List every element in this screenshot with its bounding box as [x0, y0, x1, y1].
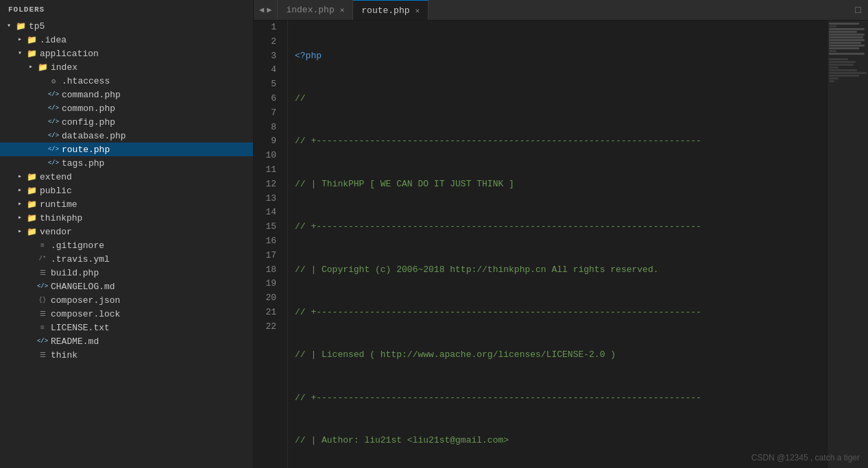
sidebar-item-index[interactable]: index [0, 60, 253, 74]
code-line-4: // | ThinkPHP [ WE CAN DO IT JUST THINK … [295, 177, 820, 192]
label-command: command.php [62, 90, 121, 100]
sidebar-item-think[interactable]: think [0, 348, 253, 362]
sidebar-item-htaccess[interactable]: .htaccess [0, 74, 253, 88]
tab-bar: ◀ ▶ index.php ✕ route.php ✕ □ [254, 0, 868, 21]
label-htaccess: .htaccess [62, 76, 110, 86]
label-route: route.php [62, 145, 110, 155]
chevron-application [15, 49, 25, 58]
label-vendor: vendor [40, 227, 72, 237]
folder-icon-vendor [26, 226, 37, 237]
file-icon-license [37, 322, 48, 333]
chevron-thinkphp [15, 213, 25, 223]
chevron-tp5 [4, 21, 14, 31]
sidebar-item-idea[interactable]: .idea [0, 33, 253, 47]
sidebar-item-tp5[interactable]: tp5 [0, 19, 253, 33]
label-public: public [40, 186, 72, 196]
label-travis: .travis.yml [51, 254, 110, 264]
file-icon-readme [37, 336, 48, 347]
sidebar-item-extend[interactable]: extend [0, 170, 253, 184]
sidebar-item-gitignore[interactable]: .gitignore [0, 238, 253, 252]
code-line-8: // | Licensed ( http://www.apache.org/li… [295, 348, 820, 362]
label-think: think [51, 350, 77, 360]
nav-forward-icon[interactable]: ▶ [265, 5, 273, 15]
folder-icon-tp5 [15, 21, 26, 32]
label-application: application [40, 49, 99, 59]
sidebar-header: FOLDERS [0, 0, 253, 19]
label-composer-json: composer.json [51, 295, 120, 306]
tab-label-route: route.php [361, 5, 409, 16]
label-build: build.php [51, 268, 99, 278]
tab-route-php[interactable]: route.php ✕ [353, 0, 429, 20]
file-icon-command [48, 89, 59, 100]
folder-icon-public [26, 185, 37, 196]
label-thinkphp: thinkphp [40, 213, 82, 223]
sidebar-item-vendor[interactable]: vendor [0, 225, 253, 238]
sidebar-item-composer-json[interactable]: composer.json [0, 293, 253, 307]
folder-icon-thinkphp [26, 212, 37, 223]
tab-close-route[interactable]: ✕ [415, 6, 420, 15]
nav-arrows[interactable]: ◀ ▶ [254, 0, 278, 20]
sidebar-item-runtime[interactable]: runtime [0, 197, 253, 211]
file-icon-composer-json [37, 295, 48, 306]
label-common: common.php [62, 103, 115, 114]
sidebar-item-route[interactable]: route.php [0, 143, 253, 156]
sidebar-item-database[interactable]: database.php [0, 129, 253, 143]
file-icon-htaccess [48, 75, 59, 86]
folder-icon-runtime [26, 199, 37, 210]
collapse-button[interactable]: □ [849, 0, 868, 20]
label-runtime: runtime [40, 199, 77, 210]
label-gitignore: .gitignore [51, 241, 104, 251]
file-icon-travis [37, 254, 48, 264]
code-line-10: // | Author: liu21st <liu21st@gmail.com> [295, 434, 820, 448]
code-line-5: // +------------------------------------… [295, 220, 820, 234]
label-index: index [51, 62, 77, 73]
code-line-2: // [295, 92, 820, 106]
folder-icon-index [37, 62, 48, 73]
sidebar-item-application[interactable]: application [0, 47, 253, 60]
file-icon-route [48, 144, 59, 155]
folder-icon-application [26, 48, 37, 59]
sidebar-item-build[interactable]: build.php [0, 266, 253, 280]
sidebar-item-changelog[interactable]: CHANGELOG.md [0, 280, 253, 293]
sidebar-item-tags[interactable]: tags.php [0, 156, 253, 170]
label-readme: README.md [51, 336, 99, 347]
sidebar-item-public[interactable]: public [0, 184, 253, 197]
file-icon-composer-lock [37, 308, 48, 319]
nav-back-icon[interactable]: ◀ [258, 5, 265, 15]
label-extend: extend [40, 172, 72, 182]
minimap-content [828, 21, 868, 84]
sidebar-item-config[interactable]: config.php [0, 115, 253, 129]
sidebar-item-composer-lock[interactable]: composer.lock [0, 307, 253, 321]
tab-index-php[interactable]: index.php ✕ [278, 0, 353, 20]
main-panel: ◀ ▶ index.php ✕ route.php ✕ □ 12345 6789… [254, 0, 868, 468]
code-line-6: // | Copyright (c) 2006~2018 http://thin… [295, 263, 820, 278]
chevron-public [15, 186, 25, 195]
chevron-idea [15, 35, 25, 45]
sidebar-item-thinkphp[interactable]: thinkphp [0, 211, 253, 225]
watermark: CSDN @12345 , catch a tiger [751, 453, 860, 463]
sidebar-item-license[interactable]: LICENSE.txt [0, 321, 253, 334]
label-idea: .idea [40, 35, 67, 45]
chevron-index [26, 62, 36, 72]
code-line-9: // +------------------------------------… [295, 391, 820, 406]
sidebar-item-common[interactable]: common.php [0, 101, 253, 115]
code-line-7: // +------------------------------------… [295, 306, 820, 320]
sidebar-item-readme[interactable]: README.md [0, 334, 253, 348]
label-tp5: tp5 [29, 21, 45, 32]
file-icon-think [37, 349, 48, 360]
code-content: <?php // // +---------------------------… [288, 21, 827, 468]
file-icon-changelog [37, 281, 48, 292]
file-icon-tags [48, 158, 59, 169]
code-line-3: // +------------------------------------… [295, 134, 820, 149]
label-composer-lock: composer.lock [51, 309, 120, 319]
file-icon-config [48, 116, 59, 127]
tab-label-index: index.php [286, 5, 334, 15]
sidebar-item-travis[interactable]: .travis.yml [0, 252, 253, 266]
code-area[interactable]: 12345 678910 1112131415 1617181920 2122 … [254, 21, 868, 468]
sidebar: FOLDERS tp5 .idea application index .hta… [0, 0, 254, 468]
label-tags: tags.php [62, 158, 104, 169]
code-line-1: <?php [295, 49, 820, 64]
tab-close-index[interactable]: ✕ [340, 5, 345, 14]
line-numbers: 12345 678910 1112131415 1617181920 2122 [254, 21, 288, 468]
sidebar-item-command[interactable]: command.php [0, 88, 253, 101]
